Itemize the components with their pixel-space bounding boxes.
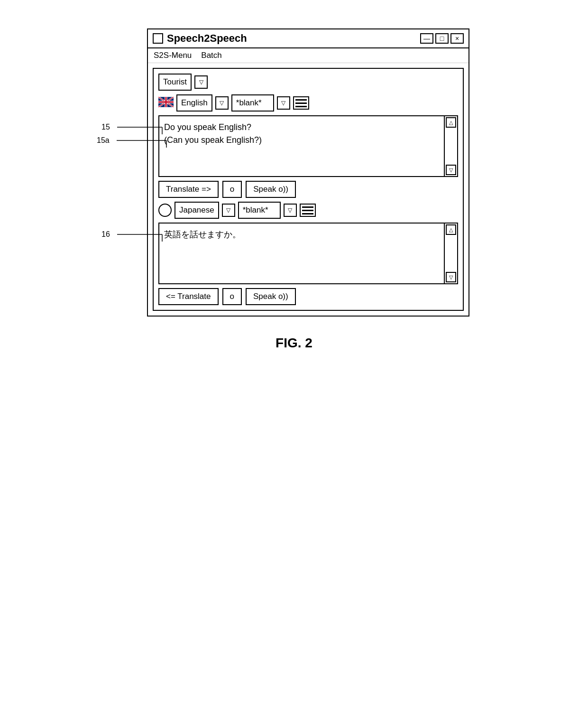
translate-forward-button[interactable]: Translate => — [158, 181, 219, 198]
annotation-16-line — [112, 227, 165, 242]
target-language-arrow[interactable]: ▽ — [222, 204, 235, 217]
target-language-dropdown[interactable]: Japanese — [175, 202, 219, 219]
menu-bar: S2S-Menu Batch — [148, 48, 469, 63]
app-window: Speech2Speech — □ × S2S-Menu Batch Touri… — [147, 28, 469, 317]
target-accent-dropdown[interactable]: *blank* — [238, 202, 281, 219]
annotation-15: 15 — [101, 120, 165, 134]
target-scroll-up[interactable]: △ — [446, 224, 456, 235]
source-phrase-line1: Do you speak English? — [164, 121, 439, 134]
target-phrase-box: 英語を話せますか。 △ ▽ — [158, 223, 458, 284]
translate-backward-row: <= Translate o Speak o)) — [158, 288, 458, 305]
source-language-dropdown[interactable]: English — [176, 94, 212, 112]
translate-backward-middle[interactable]: o — [222, 288, 242, 305]
source-phrase-line2: (Can you speak English?) — [164, 134, 439, 147]
source-phrase-content[interactable]: Do you speak English? (Can you speak Eng… — [159, 116, 444, 176]
target-phrase-wrapper: 英語を話せますか。 △ ▽ 16 — [158, 223, 458, 284]
translate-forward-middle[interactable]: o — [222, 181, 242, 198]
speak-backward-button[interactable]: Speak o)) — [246, 288, 296, 305]
source-accent-arrow[interactable]: ▽ — [277, 96, 290, 110]
svg-rect-8 — [158, 101, 174, 103]
annotation-15a: 15a — [97, 133, 169, 148]
main-content: Tourist ▽ — [153, 68, 464, 311]
flag-icon — [158, 97, 174, 109]
target-radio[interactable] — [158, 204, 172, 217]
figure-caption: FIG. 2 — [276, 336, 312, 351]
target-scroll-down[interactable]: ▽ — [446, 272, 456, 282]
translate-forward-row: Translate => o Speak o)) — [158, 181, 458, 198]
annotation-15-line — [112, 120, 165, 134]
source-accent-label: *blank* — [236, 98, 262, 108]
maximize-button[interactable]: □ — [435, 33, 449, 44]
source-scrollbar: △ ▽ — [444, 116, 457, 176]
source-lines-icon[interactable] — [293, 96, 309, 110]
window-title: Speech2Speech — [167, 32, 247, 45]
speak-forward-button[interactable]: Speak o)) — [246, 181, 296, 198]
source-scroll-up[interactable]: △ — [446, 117, 456, 128]
target-lines-icon[interactable] — [300, 204, 316, 217]
window-controls: — □ × — [420, 33, 464, 44]
close-button[interactable]: × — [450, 33, 464, 44]
menu-batch[interactable]: Batch — [201, 51, 221, 60]
target-language-label: Japanese — [179, 205, 214, 215]
source-language-label: English — [181, 98, 208, 108]
source-accent-dropdown[interactable]: *blank* — [231, 94, 274, 112]
target-accent-label: *blank* — [243, 205, 268, 215]
profile-dropdown[interactable]: Tourist — [158, 74, 192, 91]
source-lang-row: English ▽ *blank* ▽ — [158, 94, 458, 112]
target-accent-arrow[interactable]: ▽ — [284, 204, 297, 217]
target-phrase-line1: 英語を話せますか。 — [164, 228, 439, 241]
profile-row: Tourist ▽ — [158, 74, 458, 91]
minimize-button[interactable]: — — [420, 33, 433, 44]
source-language-arrow[interactable]: ▽ — [215, 96, 229, 110]
target-lang-row: Japanese ▽ *blank* ▽ — [158, 202, 458, 219]
annotation-15a-line — [112, 133, 169, 148]
source-phrase-box: Do you speak English? (Can you speak Eng… — [158, 115, 458, 177]
source-phrase-wrapper: Do you speak English? (Can you speak Eng… — [158, 115, 458, 177]
target-phrase-content[interactable]: 英語を話せますか。 — [159, 224, 444, 283]
app-icon — [153, 33, 163, 44]
target-scrollbar: △ ▽ — [444, 224, 457, 283]
profile-dropdown-arrow[interactable]: ▽ — [194, 75, 208, 89]
annotation-16: 16 — [101, 227, 165, 242]
title-bar: Speech2Speech — □ × — [148, 29, 469, 48]
source-scroll-down[interactable]: ▽ — [446, 165, 456, 175]
menu-s2s[interactable]: S2S-Menu — [154, 51, 192, 60]
profile-label: Tourist — [163, 77, 187, 87]
translate-backward-button[interactable]: <= Translate — [158, 288, 219, 305]
